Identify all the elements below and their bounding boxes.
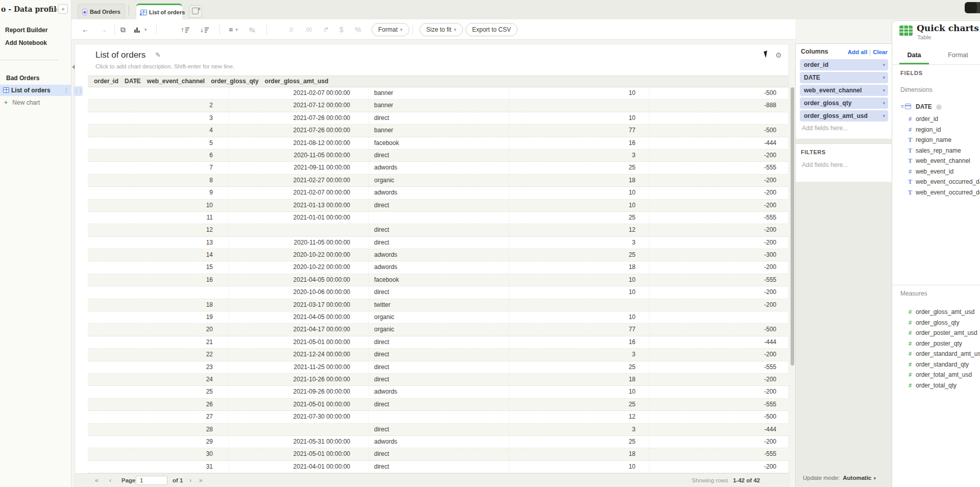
- cell-date[interactable]: 2021-02-27 00:00:00: [228, 175, 369, 186]
- table-row[interactable]: 7 2021-09-11 00:00:00 adwords 25 -555: [88, 162, 789, 174]
- cell-gloss-qty[interactable]: 10: [509, 311, 649, 323]
- cell-date[interactable]: 2021-04-17 00:00:00: [228, 324, 369, 335]
- cell-date[interactable]: 2021-04-01 00:00:00: [228, 461, 369, 473]
- cell-order-id[interactable]: 25: [88, 386, 228, 398]
- cell-channel[interactable]: banner: [369, 100, 509, 111]
- measure-field-row[interactable]: order_standard_amt_usd: [892, 349, 980, 359]
- cell-channel[interactable]: direct: [369, 461, 509, 473]
- cell-channel[interactable]: direct: [369, 200, 509, 211]
- cell-channel[interactable]: organic: [369, 324, 509, 335]
- table-row[interactable]: 22 2021-12-24 00:00:00 direct 3 -200: [88, 349, 789, 361]
- cell-date[interactable]: 2020-10-22 00:00:00: [228, 261, 369, 273]
- add-all-link[interactable]: Add all: [848, 49, 867, 55]
- dimension-field-row[interactable]: sales_rep_name: [892, 145, 980, 156]
- cell-date[interactable]: 2020-10-22 00:00:00: [228, 249, 369, 261]
- element-settings-gear-icon[interactable]: ⚙: [775, 51, 782, 59]
- cell-gloss-qty[interactable]: 18: [509, 261, 649, 273]
- cell-date[interactable]: 2021-09-11 00:00:00: [228, 162, 369, 174]
- cell-channel[interactable]: adwords: [369, 187, 509, 199]
- column-chip[interactable]: order_gloss_qty ▾: [800, 98, 888, 109]
- table-row[interactable]: 6 2020-11-05 00:00:00 direct 3 -200: [88, 150, 789, 162]
- field-date[interactable]: = DATE ◎: [892, 102, 980, 112]
- element-description-placeholder[interactable]: Click to add chart description. Shift-en…: [95, 63, 234, 69]
- sidebar-page-bad-orders[interactable]: Bad Orders: [0, 72, 71, 84]
- cell-channel[interactable]: adwords: [369, 436, 509, 448]
- cell-channel[interactable]: direct: [369, 349, 509, 360]
- cell-gloss-amt[interactable]: -200: [649, 461, 789, 473]
- cell-gloss-amt[interactable]: -444: [649, 424, 789, 435]
- decrease-decimal-icon[interactable]: .0: [288, 19, 292, 40]
- sort-ascending-icon[interactable]: ↑: [181, 19, 189, 40]
- measure-field-row[interactable]: order_standard_qty: [892, 359, 980, 370]
- columns-add-fields-placeholder[interactable]: Add fields here...: [802, 125, 848, 132]
- clear-link[interactable]: Clear: [873, 49, 888, 55]
- cell-order-id[interactable]: 5: [88, 137, 228, 149]
- cell-gloss-qty[interactable]: 10: [509, 112, 649, 124]
- forward-icon[interactable]: →: [100, 19, 107, 40]
- table-row[interactable]: 14 2020-10-22 00:00:00 adwords 25 -300: [88, 249, 789, 261]
- cell-order-id[interactable]: [88, 286, 228, 298]
- table-row[interactable]: 18 2021-03-17 00:00:00 twitter -200: [88, 299, 789, 311]
- cell-gloss-qty[interactable]: 10: [509, 187, 649, 199]
- cell-channel[interactable]: organic: [369, 175, 509, 186]
- cell-order-id[interactable]: 27: [88, 411, 228, 423]
- cell-channel[interactable]: banner: [369, 87, 509, 99]
- size-to-fit-button[interactable]: Size to fit ▾: [420, 23, 463, 36]
- dimension-field-row[interactable]: region_name: [892, 135, 980, 145]
- cell-channel[interactable]: banner: [369, 125, 509, 136]
- sidebar-page-list-of-orders[interactable]: List of orders ⋮: [0, 85, 71, 96]
- cell-channel[interactable]: direct: [369, 361, 509, 373]
- table-row[interactable]: 3 2021-07-26 00:00:00 direct 10: [88, 112, 789, 125]
- cell-order-id[interactable]: 28: [88, 424, 228, 435]
- cell-date[interactable]: 2021-05-01 00:00:00: [228, 336, 369, 348]
- cell-gloss-qty[interactable]: 25: [509, 399, 649, 410]
- cell-gloss-qty[interactable]: 16: [509, 336, 649, 348]
- cell-channel[interactable]: [369, 212, 509, 224]
- dimension-field-row[interactable]: web_event_id: [892, 166, 980, 177]
- chip-caret-icon[interactable]: ▾: [883, 85, 885, 96]
- table-row[interactable]: 29 2021-05-31 00:00:00 adwords 25 -200: [88, 436, 789, 448]
- cell-date[interactable]: 2021-05-01 00:00:00: [228, 448, 369, 460]
- cell-gloss-amt[interactable]: -200: [649, 175, 789, 186]
- cell-gloss-amt[interactable]: -200: [649, 224, 789, 236]
- cell-gloss-amt[interactable]: -555: [649, 274, 789, 286]
- cell-gloss-qty[interactable]: 18: [509, 448, 649, 460]
- prev-page-button[interactable]: ‹: [109, 474, 111, 487]
- cell-gloss-amt[interactable]: -200: [649, 286, 789, 298]
- tab-format[interactable]: Format: [936, 47, 980, 64]
- cell-gloss-qty[interactable]: 25: [509, 436, 649, 448]
- cell-date[interactable]: 2021-09-26 00:00:00: [228, 386, 369, 398]
- cell-gloss-amt[interactable]: -200: [649, 374, 789, 385]
- table-row[interactable]: 20 2021-04-17 00:00:00 organic 77 -500: [88, 324, 789, 336]
- measure-field-row[interactable]: order_total_amt_usd: [892, 370, 980, 380]
- cell-gloss-amt[interactable]: -200: [649, 436, 789, 448]
- cell-date[interactable]: [228, 424, 369, 435]
- cell-order-id[interactable]: 26: [88, 399, 228, 410]
- table-row[interactable]: 13 2020-11-05 00:00:00 direct 3 -200: [88, 237, 789, 249]
- chip-caret-icon[interactable]: ▾: [883, 110, 885, 121]
- sidebar-item-add-notebook[interactable]: Add Notebook: [5, 39, 47, 46]
- cell-order-id[interactable]: 14: [88, 249, 228, 261]
- cell-order-id[interactable]: [88, 87, 228, 99]
- cell-gloss-amt[interactable]: -500: [649, 87, 789, 99]
- cell-order-id[interactable]: 29: [88, 436, 228, 448]
- chart-type-icon[interactable]: ▾: [134, 19, 147, 40]
- dimension-field-row[interactable]: web_event_channel: [892, 156, 980, 166]
- column-menu-caret-icon[interactable]: ▾: [252, 76, 255, 87]
- cell-order-id[interactable]: 21: [88, 336, 228, 348]
- cell-gloss-qty[interactable]: 16: [509, 137, 649, 149]
- cell-order-id[interactable]: 6: [88, 150, 228, 161]
- cell-gloss-qty[interactable]: 10: [509, 274, 649, 286]
- cell-date[interactable]: 2021-04-05 00:00:00: [228, 311, 369, 323]
- table-row[interactable]: 2021-02-07 00:00:00 banner 10 -500: [88, 87, 789, 100]
- increase-decimal-icon[interactable]: .00: [305, 19, 312, 40]
- cell-gloss-amt[interactable]: [649, 112, 789, 124]
- cell-channel[interactable]: direct: [369, 224, 509, 236]
- cell-gloss-qty[interactable]: 77: [509, 125, 649, 136]
- cell-order-id[interactable]: 12: [88, 224, 228, 236]
- cell-order-id[interactable]: 15: [88, 261, 228, 273]
- cell-gloss-amt[interactable]: -555: [649, 399, 789, 410]
- table-row[interactable]: 11 2021-01-01 00:00:00 25 -555: [88, 212, 789, 224]
- cell-date[interactable]: 2020-10-06 00:00:00: [228, 286, 369, 298]
- tab-list-of-orders[interactable]: ✓ List of orders ⋮: [136, 4, 182, 19]
